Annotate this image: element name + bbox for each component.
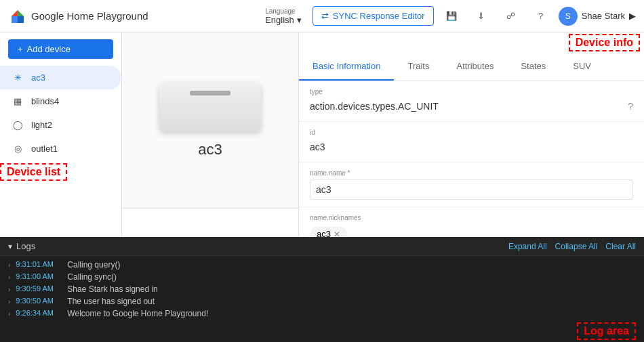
upload-icon-button[interactable]: 💾: [439, 4, 464, 28]
sync-icon: ⇄: [321, 11, 329, 21]
tab-states[interactable]: States: [507, 53, 559, 81]
clear-all-button[interactable]: Clear All: [605, 242, 636, 251]
log-text-2: Shae Stark has signed in: [67, 284, 157, 294]
log-time-3: 9:30:50 AM: [16, 297, 62, 305]
outlet-icon: ◎: [11, 144, 24, 154]
blinds-icon: ▦: [11, 96, 24, 106]
logs-header-label: Logs: [16, 241, 35, 251]
device-name-outlet1: outlet1: [31, 144, 58, 154]
log-row-0: › 9:31:01 AM Calling query(): [0, 259, 644, 271]
log-chevron-3[interactable]: ›: [8, 298, 10, 305]
add-device-label: Add device: [27, 44, 71, 54]
device-info-panel: Device info Basic Information Traits Att…: [298, 33, 644, 237]
help-icon-button[interactable]: ?: [529, 4, 553, 28]
logo-text: Google Home Playground: [31, 10, 148, 22]
device-name-ac3: ac3: [31, 72, 45, 83]
tabs-bar: Basic Information Traits Attributes Stat…: [299, 53, 644, 81]
help-icon: ?: [538, 11, 543, 21]
device-preview-name: ac3: [198, 141, 222, 158]
ac-icon: ✳: [11, 72, 24, 83]
device-name-blinds4: blinds4: [31, 96, 59, 106]
ac-strip: [190, 91, 230, 95]
account-icon: ▶: [629, 11, 636, 21]
language-selector[interactable]: Language English ▾: [265, 7, 302, 25]
log-time-0: 9:31:01 AM: [16, 260, 62, 268]
log-text-1: Calling sync(): [67, 272, 117, 282]
log-chevron-1[interactable]: ›: [8, 274, 10, 281]
tab-basic-information[interactable]: Basic Information: [299, 53, 394, 81]
log-time-4: 9:26:34 AM: [16, 309, 62, 317]
device-info-annotation: Device info: [569, 34, 640, 51]
field-name-label: name.name *: [310, 169, 633, 177]
download-icon-button[interactable]: ⇓: [469, 4, 494, 28]
field-type-value-row: action.devices.types.AC_UNIT ?: [310, 98, 633, 114]
log-time-2: 9:30:59 AM: [16, 284, 62, 293]
device-list-sidebar: + Add device ✳ ac3 ▦ blinds4 ◯ light2 ◎ …: [0, 33, 122, 237]
form-area: type action.devices.types.AC_UNIT ? id a…: [299, 81, 644, 237]
field-name: name.name * ac3: [299, 163, 644, 207]
bookmark-icon-button[interactable]: ☍: [499, 4, 523, 28]
log-row-3: › 9:30:50 AM The user has signed out: [0, 295, 644, 307]
device-preview-panel: ac3: [122, 33, 298, 237]
log-chevron-4[interactable]: ›: [8, 310, 10, 318]
user-menu[interactable]: S Shae Stark ▶: [559, 7, 636, 26]
sync-response-editor-button[interactable]: ⇄ SYNC Response Editor: [313, 6, 434, 26]
device-info-annotation-row: Device info: [299, 33, 644, 53]
add-device-button[interactable]: + Add device: [8, 39, 113, 59]
language-label: Language: [265, 7, 296, 15]
sync-btn-label: SYNC Response Editor: [333, 11, 425, 21]
chip-remove-button[interactable]: ✕: [334, 230, 340, 238]
field-type-label: type: [310, 88, 633, 95]
log-time-1: 9:31:00 AM: [16, 272, 62, 280]
device-list-annotation: Device list: [0, 163, 67, 181]
chip-label: ac3: [317, 229, 331, 237]
ac-unit-image: [159, 83, 261, 131]
sidebar-item-outlet1[interactable]: ◎ outlet1: [0, 137, 121, 161]
language-value: English: [265, 15, 294, 25]
language-select[interactable]: English ▾: [265, 15, 302, 25]
sidebar-item-blinds4[interactable]: ▦ blinds4: [0, 89, 121, 113]
log-text-0: Calling query(): [67, 260, 120, 270]
log-area-annotation-row: Log area: [0, 320, 644, 342]
nickname-chip-ac3: ac3 ✕: [310, 227, 347, 237]
tab-attributes[interactable]: Attributes: [443, 53, 507, 81]
logs-chevron-icon[interactable]: ▾: [8, 242, 12, 251]
tab-suv[interactable]: SUV: [559, 53, 605, 81]
type-help-icon[interactable]: ?: [628, 101, 633, 112]
bookmark-icon: ☍: [506, 11, 515, 21]
field-nicknames-label: name.nicknames: [310, 214, 633, 221]
field-name-value[interactable]: ac3: [310, 179, 633, 200]
upload-icon: 💾: [446, 11, 457, 21]
logs-actions: Expand All Collapse All Clear All: [508, 242, 636, 251]
sidebar-item-ac3[interactable]: ✳ ac3: [0, 66, 121, 89]
field-type-value: action.devices.types.AC_UNIT: [310, 98, 439, 114]
logs-section: ▾ Logs Expand All Collapse All Clear All…: [0, 237, 644, 342]
field-id-label: id: [310, 129, 633, 136]
logs-content: › 9:31:01 AM Calling query() › 9:31:00 A…: [0, 256, 644, 342]
field-type: type action.devices.types.AC_UNIT ?: [299, 81, 644, 122]
logo-area: Google Home Playground: [8, 7, 148, 26]
log-chevron-0[interactable]: ›: [8, 261, 10, 269]
field-id-value: ac3: [310, 139, 633, 155]
tab-traits[interactable]: Traits: [394, 53, 443, 81]
log-row-2: › 9:30:59 AM Shae Stark has signed in: [0, 283, 644, 295]
light-icon: ◯: [11, 120, 24, 130]
log-chevron-2[interactable]: ›: [8, 286, 10, 293]
log-row-4: › 9:26:34 AM Welcome to Google Home Play…: [0, 307, 644, 320]
log-text-3: The user has signed out: [67, 297, 155, 306]
logs-header: ▾ Logs Expand All Collapse All Clear All: [0, 237, 644, 256]
device-name-light2: light2: [31, 120, 52, 130]
user-name: Shae Stark: [582, 11, 625, 21]
log-area-annotation: Log area: [577, 322, 636, 340]
field-id: id ac3: [299, 122, 644, 163]
log-text-4: Welcome to Google Home Playground!: [67, 309, 208, 318]
download-icon: ⇓: [477, 11, 485, 21]
field-nicknames: name.nicknames ac3 ✕: [299, 207, 644, 237]
nickname-chip-area: ac3 ✕: [310, 224, 633, 237]
device-preview: ac3: [122, 33, 298, 209]
logo-icon: [8, 7, 27, 26]
sidebar-item-light2[interactable]: ◯ light2: [0, 113, 121, 137]
collapse-all-button[interactable]: Collapse All: [555, 242, 598, 251]
expand-all-button[interactable]: Expand All: [508, 242, 547, 251]
top-bar: Google Home Playground Language English …: [0, 0, 644, 33]
